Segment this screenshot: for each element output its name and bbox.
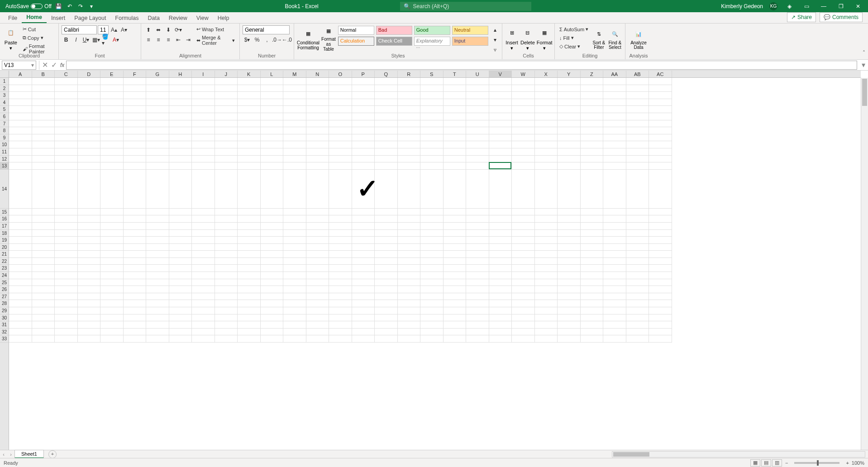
cell[interactable] bbox=[100, 209, 124, 216]
tab-file[interactable]: File bbox=[4, 13, 22, 23]
cell[interactable] bbox=[626, 85, 649, 92]
cell[interactable] bbox=[215, 127, 238, 134]
cell[interactable] bbox=[55, 244, 78, 251]
cell[interactable] bbox=[420, 156, 444, 163]
cell[interactable] bbox=[649, 293, 672, 300]
cell[interactable] bbox=[55, 230, 78, 237]
autosave-toggle[interactable]: AutoSave Off bbox=[5, 3, 52, 10]
cell[interactable] bbox=[420, 162, 444, 170]
cell[interactable] bbox=[32, 106, 55, 113]
cell[interactable] bbox=[215, 92, 238, 99]
cell[interactable] bbox=[444, 329, 467, 336]
cell[interactable] bbox=[581, 134, 604, 142]
cell[interactable] bbox=[489, 315, 512, 322]
cell[interactable] bbox=[466, 209, 489, 216]
cell[interactable] bbox=[352, 127, 375, 134]
cell[interactable] bbox=[192, 272, 215, 279]
cell[interactable] bbox=[283, 265, 306, 272]
cell[interactable] bbox=[626, 78, 649, 85]
cell[interactable] bbox=[626, 92, 649, 99]
cell[interactable] bbox=[375, 170, 398, 209]
format-as-table-button[interactable]: ▦ Format as Table bbox=[321, 25, 336, 52]
cell[interactable] bbox=[169, 156, 192, 163]
cell[interactable] bbox=[649, 265, 672, 272]
cell[interactable] bbox=[603, 329, 626, 336]
cell[interactable] bbox=[215, 223, 238, 230]
cell[interactable] bbox=[306, 127, 329, 134]
cell[interactable] bbox=[603, 92, 626, 99]
cell[interactable] bbox=[581, 106, 604, 113]
cell[interactable] bbox=[215, 162, 238, 170]
cell[interactable] bbox=[192, 113, 215, 120]
cell[interactable] bbox=[169, 209, 192, 216]
cell[interactable] bbox=[306, 85, 329, 92]
cell[interactable] bbox=[192, 209, 215, 216]
search-box[interactable]: 🔍 Search (Alt+Q) bbox=[400, 2, 531, 11]
cell[interactable] bbox=[32, 162, 55, 170]
cell[interactable] bbox=[558, 85, 581, 92]
cell[interactable] bbox=[238, 307, 261, 315]
user-avatar[interactable]: KG bbox=[769, 2, 777, 10]
cell[interactable] bbox=[581, 99, 604, 106]
cell[interactable] bbox=[283, 78, 306, 85]
cell[interactable] bbox=[124, 134, 147, 142]
cell[interactable] bbox=[283, 335, 306, 343]
cell[interactable] bbox=[192, 99, 215, 106]
cell[interactable] bbox=[215, 215, 238, 223]
cell[interactable] bbox=[78, 156, 101, 163]
cell[interactable] bbox=[626, 293, 649, 300]
cell[interactable] bbox=[581, 127, 604, 134]
cell[interactable] bbox=[398, 321, 421, 329]
cell[interactable] bbox=[649, 134, 672, 142]
cell[interactable] bbox=[466, 141, 489, 148]
cell[interactable] bbox=[352, 272, 375, 279]
cell[interactable] bbox=[238, 209, 261, 216]
cell[interactable] bbox=[9, 99, 32, 106]
cell[interactable] bbox=[489, 215, 512, 223]
cell[interactable] bbox=[146, 120, 169, 128]
cell[interactable] bbox=[32, 272, 55, 279]
cell[interactable] bbox=[649, 85, 672, 92]
cell[interactable] bbox=[283, 230, 306, 237]
cell[interactable] bbox=[444, 85, 467, 92]
cell[interactable] bbox=[215, 329, 238, 336]
cell[interactable] bbox=[466, 286, 489, 293]
column-header[interactable]: T bbox=[444, 71, 467, 77]
cell[interactable] bbox=[78, 215, 101, 223]
cell[interactable] bbox=[649, 127, 672, 134]
cell[interactable] bbox=[146, 237, 169, 244]
cell[interactable] bbox=[238, 148, 261, 156]
tab-page-layout[interactable]: Page Layout bbox=[70, 13, 110, 23]
cell[interactable] bbox=[352, 258, 375, 265]
cell[interactable] bbox=[581, 251, 604, 258]
cell[interactable] bbox=[169, 251, 192, 258]
row-header[interactable]: 19 bbox=[0, 237, 9, 244]
cell[interactable] bbox=[375, 209, 398, 216]
cell[interactable] bbox=[626, 162, 649, 170]
cell[interactable] bbox=[55, 134, 78, 142]
cell[interactable] bbox=[466, 156, 489, 163]
cell[interactable] bbox=[238, 215, 261, 223]
cell[interactable] bbox=[192, 321, 215, 329]
cell[interactable] bbox=[261, 258, 284, 265]
cell[interactable] bbox=[124, 113, 147, 120]
sheet-nav-next[interactable]: › bbox=[7, 452, 14, 457]
cell[interactable] bbox=[261, 272, 284, 279]
cell[interactable] bbox=[169, 170, 192, 209]
cell[interactable] bbox=[192, 156, 215, 163]
cell[interactable] bbox=[489, 162, 512, 170]
cell[interactable] bbox=[352, 293, 375, 300]
cell[interactable] bbox=[535, 230, 558, 237]
cell[interactable] bbox=[375, 85, 398, 92]
cell[interactable] bbox=[32, 78, 55, 85]
cell[interactable] bbox=[375, 315, 398, 322]
cell[interactable] bbox=[146, 293, 169, 300]
cell[interactable] bbox=[420, 272, 444, 279]
row-header[interactable]: 13 bbox=[0, 162, 9, 170]
cell[interactable] bbox=[55, 215, 78, 223]
row-header[interactable]: 12 bbox=[0, 156, 9, 163]
row-header[interactable]: 3 bbox=[0, 92, 9, 99]
cell[interactable] bbox=[261, 335, 284, 343]
column-header[interactable]: X bbox=[535, 71, 558, 77]
cell[interactable] bbox=[192, 106, 215, 113]
